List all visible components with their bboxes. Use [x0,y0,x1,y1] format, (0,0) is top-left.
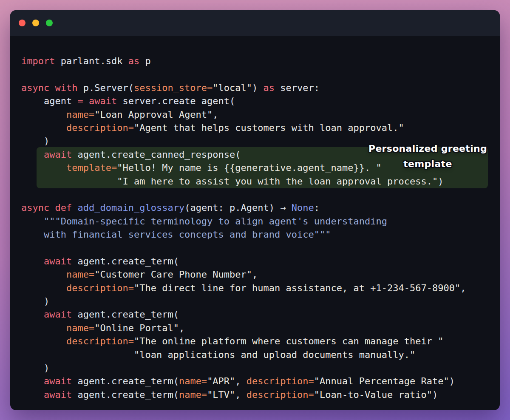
code-token: ) [252,82,264,93]
window-titlebar [10,10,500,36]
code-token: with financial services concepts and bra… [21,229,331,240]
code-line [21,241,488,254]
code-token [21,256,44,267]
code-token: ) [438,176,443,187]
code-token [21,109,66,120]
code-token: "The online platform where customers can… [134,336,443,346]
annotation-label: Personalized greeting template [368,141,487,172]
code-token [72,202,77,213]
code-token: agent.create_term( [72,309,179,320]
code-token: "local" [212,82,252,93]
code-line: """Domain-specific terminology to align … [21,215,488,228]
code-token [21,122,66,133]
minimize-button[interactable] [32,20,39,26]
code-token: (agent: p.Agent) → [184,202,292,213]
code-line: with financial services concepts and bra… [21,228,488,241]
code-token: agent.create_canned_response( [72,149,241,160]
code-window: import parlant.sdk as pasync with p.Serv… [10,10,500,410]
code-token: ) [21,363,49,373]
zoom-button[interactable] [46,20,53,26]
code-token: name= [66,269,94,280]
code-line: await agent.create_term( [21,255,488,268]
code-token [21,336,66,346]
code-line: await agent.create_term(name="APR", desc… [21,375,488,388]
code-token [21,149,44,160]
code-token: parlant.sdk [55,56,128,66]
code-token: await [44,256,72,267]
code-token: import [21,56,55,66]
code-token: description= [66,336,134,346]
code-token: agent.create_term( [72,256,179,267]
annotation-line-2: template [368,156,487,172]
code-token: : [314,202,320,213]
code-token [21,283,66,293]
code-line: "I am here to assist you with the loan a… [21,175,488,188]
code-token [21,323,66,333]
code-token: "loan applications and upload documents … [134,349,415,360]
code-token: , [179,323,184,333]
code-line: description="The online platform where c… [21,335,488,348]
code-line: await agent.create_term(name="LTV", desc… [21,388,488,401]
code-line [21,188,488,201]
code-token: description= [246,376,314,386]
code-token: await [44,309,72,320]
code-token: add_domain_glossary [77,202,184,213]
code-token: description= [246,389,314,400]
code-token: "LTV" [207,389,235,400]
close-button[interactable] [19,20,26,26]
code-token: "Loan Approval Agent" [94,109,212,120]
code-token: async def [21,202,72,213]
code-token: await [44,376,72,386]
code-area: import parlant.sdk as pasync with p.Serv… [10,36,500,401]
code-line: async with p.Server(session_store="local… [21,81,488,94]
code-token: await [89,96,117,106]
code-line: name="Loan Approval Agent", [21,108,488,121]
code-token: "Customer Care Phone Number" [94,269,252,280]
code-token [21,349,134,360]
code-line [21,68,488,81]
code-token: name= [66,323,94,333]
code-token: server: [275,82,320,93]
code-token: agent.create_term( [72,376,179,386]
code-token: session_store= [134,82,212,93]
code-token: description= [66,122,134,133]
code-line: description="The direct line for human a… [21,281,488,295]
code-token: "Hello! My name is {{generative.agent_na… [117,162,382,173]
code-token: = [77,96,83,106]
code-token: , [212,109,218,120]
code-line: async def add_domain_glossary(agent: p.A… [21,201,488,214]
code-line: description="Agent that helps customers … [21,121,488,134]
code-token: name= [66,109,94,120]
code-token [21,309,44,320]
code-token [83,96,89,106]
code-token: ) [21,296,49,306]
code-line: agent = await server.create_agent( [21,94,488,108]
code-token: , [235,389,246,400]
code-token: agent.create_term( [72,389,179,400]
code-token: name= [179,389,207,400]
code-token [21,389,44,400]
code-line: import parlant.sdk as p [21,54,488,68]
code-line: ) [21,361,488,375]
code-token: , [235,376,246,386]
code-token: ) [449,376,455,386]
code-token: as [264,82,275,93]
code-token [21,376,44,386]
code-token: ) [432,389,438,400]
code-token: "The direct line for human assistance, a… [134,283,460,293]
code-token: , [460,283,466,293]
code-token [21,269,66,280]
code-token: template= [66,162,117,173]
code-token: "Online Portal" [94,323,179,333]
code-token: None [292,202,314,213]
code-token: p [139,56,151,66]
code-token: await [44,389,72,400]
code-token [21,176,117,187]
code-line: name="Customer Care Phone Number", [21,268,488,281]
code-line: name="Online Portal", [21,321,488,335]
code-token: server.create_agent( [117,96,235,106]
code-line: "loan applications and upload documents … [21,348,488,361]
code-token: "I am here to assist you with the loan a… [117,176,438,187]
code-token [21,216,44,227]
code-token: "Annual Percentage Rate" [314,376,449,386]
